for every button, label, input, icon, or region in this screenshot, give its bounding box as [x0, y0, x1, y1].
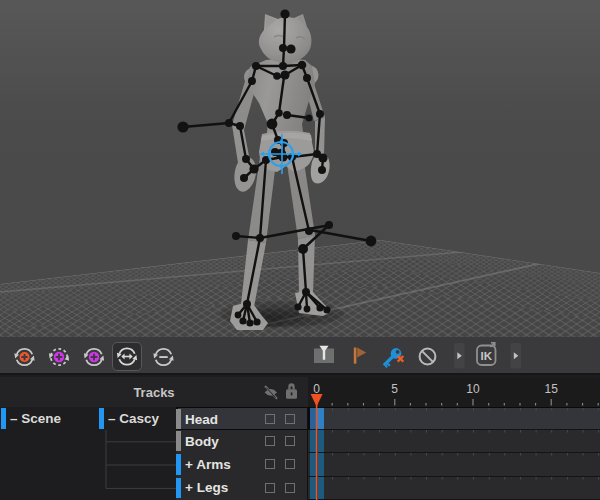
svg-text:5: 5: [391, 382, 398, 396]
svg-text:0: 0: [313, 382, 320, 396]
svg-text:10: 10: [466, 382, 480, 396]
svg-text:IK: IK: [480, 350, 492, 362]
svg-text:15: 15: [545, 382, 559, 396]
